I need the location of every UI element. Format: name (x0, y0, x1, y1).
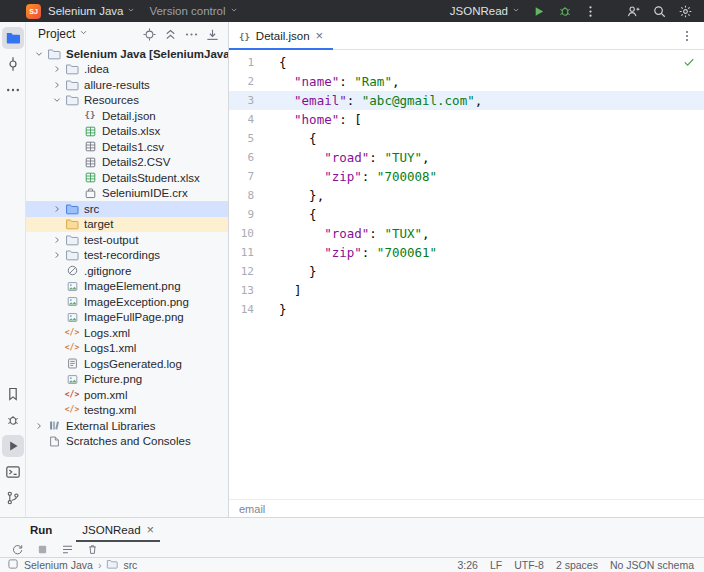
run-config-selector[interactable]: JSONRead (450, 5, 521, 17)
search-icon[interactable] (651, 3, 668, 20)
code-line-4[interactable]: 4 "home": [ (229, 110, 704, 129)
panel-options-icon[interactable] (183, 26, 199, 42)
run-panel-title[interactable]: Run (30, 524, 52, 536)
editor[interactable]: 1{2 "name": "Ram",3 "email": "abc@gmail.… (229, 50, 704, 499)
line-number: 10 (229, 224, 267, 243)
status-project-name[interactable]: Selenium Java (24, 559, 93, 571)
tree-item-scratches-and-consoles[interactable]: Scratches and Consoles (26, 434, 228, 450)
code-line-6[interactable]: 6 "road": "TUY", (229, 148, 704, 167)
project-tool-button[interactable] (2, 27, 24, 49)
bookmarks-tool-button[interactable] (2, 383, 24, 405)
collaborate-icon[interactable] (625, 3, 642, 20)
rerun-icon[interactable] (10, 543, 24, 557)
tree-item-logs-xml[interactable]: </>Logs.xml (26, 325, 228, 341)
tree-item-target[interactable]: target (26, 217, 228, 233)
tree-item-details2-csv[interactable]: Details2.CSV (26, 155, 228, 171)
chevron-right-icon[interactable] (50, 203, 64, 215)
tree-item-idea[interactable]: .idea (26, 62, 228, 78)
status-lf[interactable]: LF (490, 559, 502, 571)
tab-options-icon[interactable] (679, 28, 695, 44)
close-tab-icon[interactable]: × (147, 523, 155, 537)
code-line-11[interactable]: 11 "zip": "700061" (229, 243, 704, 262)
status-no-json-schema[interactable]: No JSON schema (610, 559, 694, 571)
project-widget[interactable]: Selenium Java (48, 5, 136, 17)
tree-item-allure-results[interactable]: allure-results (26, 77, 228, 93)
editor-tab-bar: {} Detail.json × (229, 22, 704, 50)
tree-item-test-output[interactable]: test-output (26, 232, 228, 248)
tree-item-detailsstudent-xlsx[interactable]: DetailsStudent.xlsx (26, 170, 228, 186)
app-logo[interactable]: SJ (26, 4, 41, 19)
debug-tool-button[interactable] (2, 409, 24, 431)
code-line-8[interactable]: 8 }, (229, 186, 704, 205)
code-line-14[interactable]: 14} (229, 300, 704, 319)
line-content: }, (267, 186, 324, 205)
title-bar: SJ Selenium Java Version control JSONRea… (0, 0, 704, 22)
clear-output-icon[interactable] (85, 543, 99, 557)
tree-item-selenium-java-seleniumjava[interactable]: Selenium Java [SeleniumJava]~/IdeaProj (26, 46, 228, 62)
code-line-9[interactable]: 9 { (229, 205, 704, 224)
tree-item-logsgenerated-log[interactable]: LogsGenerated.log (26, 356, 228, 372)
project-panel-title[interactable]: Project (38, 27, 75, 41)
tree-item-picture-png[interactable]: Picture.png (26, 372, 228, 388)
select-opened-file-icon[interactable] (141, 26, 157, 42)
project-window-icon[interactable] (7, 558, 19, 572)
chevron-down-icon[interactable] (32, 48, 46, 60)
status-3-26[interactable]: 3:26 (457, 559, 477, 571)
folder-icon (64, 93, 80, 107)
code-line-7[interactable]: 7 "zip": "700008" (229, 167, 704, 186)
run-button[interactable] (530, 3, 547, 20)
tree-item-details-xlsx[interactable]: Details.xlsx (26, 124, 228, 140)
tree-item-imageelement-png[interactable]: ImageElement.png (26, 279, 228, 295)
close-tab-icon[interactable]: × (316, 29, 324, 43)
tree-item-test-recordings[interactable]: test-recordings (26, 248, 228, 264)
git-tool-button[interactable] (2, 487, 24, 509)
tree-item-seleniumide-crx[interactable]: SeleniumIDE.crx (26, 186, 228, 202)
commit-tool-button[interactable] (2, 53, 24, 75)
tree-item-external-libraries[interactable]: External Libraries (26, 418, 228, 434)
code-line-5[interactable]: 5 { (229, 129, 704, 148)
tree-item-testng-xml[interactable]: </>testng.xml (26, 403, 228, 419)
collapse-all-icon[interactable] (162, 26, 178, 42)
terminal-tool-button[interactable] (2, 461, 24, 483)
code-line-12[interactable]: 12 } (229, 262, 704, 281)
tree-item-imageexception-png[interactable]: ImageException.png (26, 294, 228, 310)
code-line-13[interactable]: 13 ] (229, 281, 704, 300)
tree-item-logs1-xml[interactable]: </>Logs1.xml (26, 341, 228, 357)
status-utf-8[interactable]: UTF-8 (514, 559, 544, 571)
chevron-right-icon[interactable] (50, 249, 64, 261)
line-content: "road": "TUX", (267, 224, 430, 243)
chevron-down-icon[interactable] (50, 94, 64, 106)
status-path[interactable]: src (123, 559, 137, 571)
code-line-2[interactable]: 2 "name": "Ram", (229, 72, 704, 91)
tree-item-src[interactable]: src (26, 201, 228, 217)
code-line-1[interactable]: 1{ (229, 53, 704, 72)
code-line-3[interactable]: 3 "email": "abc@gmail.com", (229, 91, 704, 110)
inspections-ok-icon[interactable] (682, 55, 696, 72)
chevron-right-icon[interactable] (50, 79, 64, 91)
tree-item-pom-xml[interactable]: </>pom.xml (26, 387, 228, 403)
tree-item-imagefullpage-png[interactable]: ImageFullPage.png (26, 310, 228, 326)
tree-item-details1-csv[interactable]: Details1.csv (26, 139, 228, 155)
chevron-right-icon[interactable] (50, 234, 64, 246)
run-tab-jsonread[interactable]: JSONRead × (76, 518, 160, 542)
editor-code: 1{2 "name": "Ram",3 "email": "abc@gmail.… (229, 53, 704, 319)
hide-panel-icon[interactable] (204, 26, 220, 42)
tree-item-gitignore[interactable]: .gitignore (26, 263, 228, 279)
status-2-spaces[interactable]: 2 spaces (556, 559, 598, 571)
code-line-10[interactable]: 10 "road": "TUX", (229, 224, 704, 243)
breadcrumb-item[interactable]: email (239, 503, 265, 515)
vcs-widget[interactable]: Version control (149, 5, 238, 17)
chevron-right-icon[interactable] (50, 63, 64, 75)
settings-icon[interactable] (677, 3, 694, 20)
tree-item-resources[interactable]: Resources (26, 93, 228, 109)
soft-wrap-icon[interactable] (60, 543, 74, 557)
more-tool-button[interactable] (2, 79, 24, 101)
run-tool-button[interactable] (2, 435, 24, 457)
debug-button[interactable] (556, 3, 573, 20)
stop-icon[interactable] (35, 543, 49, 557)
tab-detail-json[interactable]: {} Detail.json × (229, 22, 333, 49)
tree-item-detail-json[interactable]: {}Detail.json (26, 108, 228, 124)
chevron-right-icon[interactable] (32, 420, 46, 432)
more-actions-icon[interactable] (582, 3, 599, 20)
chevron-down-icon[interactable] (78, 27, 89, 41)
